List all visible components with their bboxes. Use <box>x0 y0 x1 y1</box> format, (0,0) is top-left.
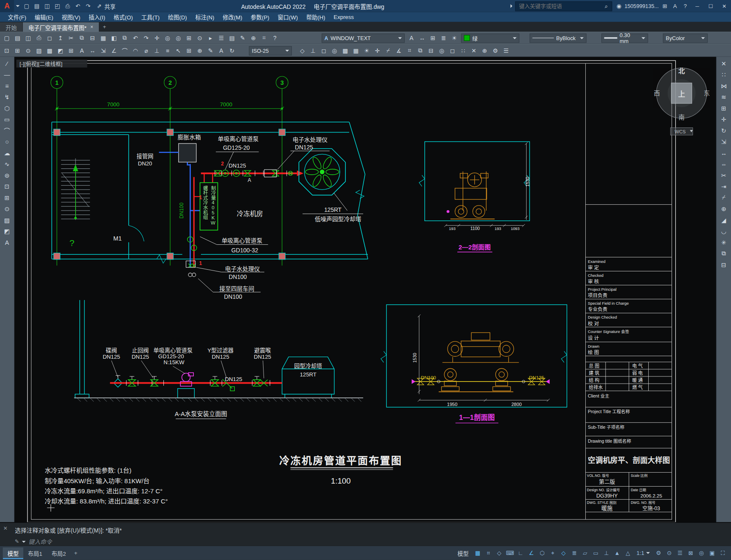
cut-icon[interactable]: ✂ <box>66 33 76 43</box>
ellipse-icon[interactable]: ⊜ <box>1 170 12 181</box>
block-editor-icon[interactable]: ◧ <box>109 33 119 43</box>
qat-undo-icon[interactable]: ↶ <box>73 1 83 11</box>
command-customize-icon[interactable]: ✎ <box>15 538 19 544</box>
orbit-icon[interactable]: ◎ <box>329 46 340 56</box>
dynamic-input-icon[interactable]: ⌨ <box>505 548 515 558</box>
group-icon[interactable]: ⧉ <box>718 248 729 259</box>
layer-combo[interactable]: 绿 <box>461 33 519 43</box>
search-input[interactable] <box>518 3 603 9</box>
publish-icon[interactable]: ↥ <box>55 33 65 43</box>
qat-plot-icon[interactable]: ⎙ <box>63 1 73 11</box>
table-icon[interactable]: ⊞ <box>66 46 76 56</box>
point-icon[interactable]: ⊙ <box>23 46 33 56</box>
quickcalc-icon[interactable]: ⌗ <box>404 46 415 56</box>
workspace-gear-icon[interactable]: ⚙ <box>653 548 664 558</box>
annotation-visibility-icon[interactable]: ▲ <box>612 548 622 558</box>
menu-item-1[interactable]: 编辑(E) <box>30 12 57 22</box>
paste-icon[interactable]: ⊟ <box>87 33 98 43</box>
isolate-icon[interactable]: ◎ <box>436 46 447 56</box>
field-icon[interactable]: ⊕ <box>248 33 258 43</box>
dim-style-combo[interactable]: ISO-25 <box>249 46 292 55</box>
dim-style-icon[interactable]: ↔ <box>417 33 427 43</box>
dim-diameter-icon[interactable]: ⌀ <box>141 46 151 56</box>
text-style-combo[interactable]: A WINDOW_TEXT <box>322 33 405 43</box>
menu-item-5[interactable]: 工具(T) <box>137 12 164 22</box>
selection-cycling-icon[interactable]: ▭ <box>590 548 601 558</box>
plot-icon[interactable]: ⎙ <box>33 33 44 43</box>
help-icon[interactable]: ? <box>269 33 280 43</box>
scale-icon[interactable]: ⇲ <box>718 136 729 147</box>
close-button[interactable]: ✕ <box>717 0 731 12</box>
annotation-monitor-icon[interactable]: ⊙ <box>664 548 674 558</box>
array-icon[interactable]: ⊞ <box>718 103 729 114</box>
hide-icon[interactable]: ◻ <box>447 46 458 56</box>
dim-continue-icon[interactable]: ≡ <box>162 46 173 56</box>
tab-drawing[interactable]: 电子厂空调平面布置图* × <box>23 22 99 32</box>
dim-linear-icon[interactable]: ↔ <box>87 46 98 56</box>
qat-save-icon[interactable]: ◫ <box>42 1 52 11</box>
ungroup-icon[interactable]: ⊟ <box>718 259 729 270</box>
menu-item-8[interactable]: 修改(M) <box>218 12 246 22</box>
new-layout-button[interactable]: + <box>71 548 81 557</box>
object-isolate-icon[interactable]: ◎ <box>696 548 707 558</box>
quick-properties-icon[interactable]: ☰ <box>674 548 685 558</box>
polygon-icon[interactable]: ⬡ <box>1 103 12 114</box>
offset-icon[interactable]: ≋ <box>718 91 729 102</box>
hatch-icon[interactable]: ▨ <box>33 46 44 56</box>
menu-item-7[interactable]: 标注(N) <box>191 12 219 22</box>
viewport-controls[interactable]: [-][俯视][二维线框] <box>16 60 87 68</box>
linetype-combo[interactable]: ByBlock <box>530 33 587 43</box>
lengthen-icon[interactable]: ⇔ <box>718 158 729 169</box>
steering-wheel-icon[interactable]: ◎ <box>162 33 173 43</box>
sheet-set-icon[interactable]: ▤ <box>227 33 237 43</box>
measure-icon[interactable]: ∡ <box>394 46 404 56</box>
tab-close-icon[interactable]: × <box>90 24 93 30</box>
search-expand-icon[interactable] <box>511 4 512 8</box>
layer-properties-icon[interactable]: ≣ <box>438 33 449 43</box>
plot-preview-icon[interactable]: ◻ <box>44 33 55 43</box>
purge-icon[interactable]: ✕ <box>468 46 479 56</box>
menu-item-4[interactable]: 格式(O) <box>109 12 137 22</box>
command-input-row[interactable]: ✎ 键入命令 <box>0 535 731 546</box>
rectangle-icon[interactable]: ▭ <box>1 114 12 124</box>
lock-ui-icon[interactable]: ⊠ <box>685 548 696 558</box>
transparency-icon[interactable]: ▱ <box>580 548 590 558</box>
break-icon[interactable]: ⌿ <box>718 192 729 203</box>
region-icon[interactable]: ◩ <box>55 46 65 56</box>
ortho-icon[interactable]: ∟ <box>515 548 526 558</box>
dynamic-ucs-icon[interactable]: ⊥ <box>601 548 611 558</box>
dim-aligned-icon[interactable]: ⇲ <box>98 46 109 56</box>
cart-icon[interactable]: ⊞ <box>660 1 670 11</box>
copy-icon[interactable]: ⧉ <box>76 33 87 43</box>
save-icon[interactable]: ◫ <box>23 33 33 43</box>
construction-line-icon[interactable]: — <box>1 69 12 80</box>
hatch-icon[interactable]: ▨ <box>1 214 12 225</box>
grid-icon[interactable]: ▦ <box>473 548 483 558</box>
ungroup-icon[interactable]: ⊟ <box>426 46 436 56</box>
quick-leader-icon[interactable]: ↖ <box>173 46 184 56</box>
section-plane-icon[interactable]: ⌿ <box>383 46 393 56</box>
autodesk-apps-icon[interactable]: A <box>670 1 680 11</box>
tab-start[interactable]: 开始 <box>0 22 22 32</box>
open-icon[interactable]: ▤ <box>12 33 23 43</box>
menu-item-0[interactable]: 文件(F) <box>4 12 30 22</box>
circle-icon[interactable]: ○ <box>1 136 12 147</box>
polyline-icon[interactable]: ↯ <box>1 91 12 102</box>
snap-icon[interactable]: ⌗ <box>483 548 494 558</box>
pan-icon[interactable]: ✛ <box>152 33 162 43</box>
tolerance-icon[interactable]: ⊞ <box>184 46 194 56</box>
view-compass[interactable]: 上 北 西 东 南 WCS <box>654 68 709 135</box>
lights-icon[interactable]: ☀ <box>361 46 372 56</box>
lineweight-combo[interactable]: 0.30 mm <box>601 33 648 43</box>
dim-edit-icon[interactable]: ✎ <box>205 46 216 56</box>
layer-states-icon[interactable]: ☀ <box>449 33 459 43</box>
line-icon[interactable]: ∕ <box>1 58 12 69</box>
mtext-icon[interactable]: A <box>1 237 12 248</box>
markup-icon[interactable]: ✎ <box>237 33 248 43</box>
osnap-settings-icon[interactable]: ◇ <box>297 46 307 56</box>
qnew-icon[interactable]: ▢ <box>1 33 12 43</box>
menu-item-11[interactable]: 帮助(H) <box>302 12 329 22</box>
dim-radius-icon[interactable]: ◠ <box>130 46 141 56</box>
explode-icon[interactable]: ✳ <box>718 237 729 248</box>
ltab-2[interactable]: 布局2 <box>47 547 71 559</box>
